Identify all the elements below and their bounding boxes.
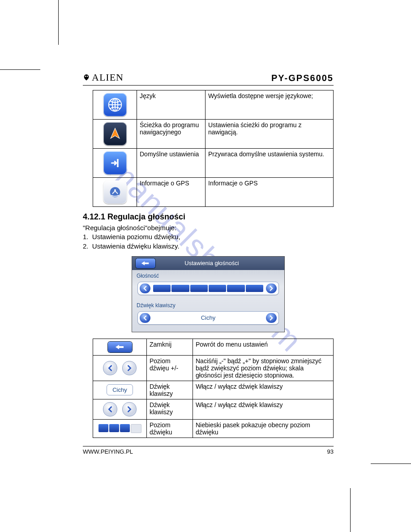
volume-increase-button[interactable] — [266, 283, 277, 293]
minus-button-icon — [103, 361, 117, 375]
keysound-row: Cichy — [137, 311, 279, 325]
section-heading: 4.12.1 Regulacja głośności — [83, 212, 334, 222]
footer-url: WWW.PEIYING.PL — [83, 448, 133, 455]
brand-block: ALIEN — [83, 72, 124, 83]
model-number: PY-GPS6005 — [271, 73, 334, 83]
control-desc: Niebieski pasek pokazuje obecny poziom d… — [193, 419, 334, 438]
keysound-label: Dźwięk klawiszy — [132, 300, 284, 309]
control-name: Dźwięk klawiszy — [147, 381, 193, 399]
control-desc: Włącz / wyłącz dźwięk klawiszy — [193, 399, 334, 419]
control-desc: Włącz / wyłącz dźwięk klawiszy — [193, 381, 334, 399]
volume-decrease-button[interactable] — [140, 283, 150, 293]
crop-mark — [58, 0, 59, 45]
setting-name: Ścieżka do programu nawigacyjnego — [137, 120, 206, 149]
volume-settings-screenshot: Ustawienia głośności Głośność Dźwięk kla… — [132, 256, 285, 332]
setting-desc: Informacje o GPS — [206, 178, 334, 207]
section-intro: "Regulacja głośności"obejmuje: — [83, 223, 334, 232]
level-bars-icon — [98, 424, 141, 433]
page-header: ALIEN PY-GPS6005 — [83, 72, 334, 86]
settings-table: Język Wyświetla dostępne wersje językowe… — [93, 90, 334, 207]
keysound-next-button[interactable] — [266, 313, 277, 323]
volume-label: Głośność — [132, 270, 284, 280]
control-desc: Powrót do menu ustawień — [193, 339, 334, 355]
control-name: Poziom dźwięku — [147, 419, 193, 438]
crop-mark — [0, 69, 40, 70]
gps-info-icon — [103, 180, 127, 204]
control-name: Dźwięk klawiszy — [147, 399, 193, 419]
table-row: Język Wyświetla dostępne wersje językowe… — [93, 90, 334, 120]
screenshot-titlebar: Ustawienia głośności — [132, 257, 284, 270]
table-row: Poziom dźwięku Niebieski pasek pokazuje … — [93, 419, 334, 438]
screenshot-title: Ustawienia głośności — [159, 260, 284, 266]
svg-point-3 — [114, 189, 116, 191]
alien-logo-icon — [83, 74, 90, 81]
table-row: Zamknij Powrót do menu ustawień — [93, 339, 334, 355]
volume-row — [137, 282, 279, 295]
arrow-nav-icon — [103, 122, 127, 146]
setting-name: Domyślne ustawienia — [137, 149, 206, 178]
page-content: ALIEN PY-GPS6005 Język Wyświetla dostępn… — [83, 72, 334, 455]
crop-mark — [350, 488, 351, 532]
table-row: Poziom dźwięu +/- Naciśńij „-" bądź „+" … — [93, 355, 334, 381]
reset-icon — [103, 151, 127, 175]
control-name: Poziom dźwięu +/- — [147, 355, 193, 381]
setting-desc: Wyświetla dostępne wersje językowe; — [206, 90, 334, 120]
crop-mark — [371, 463, 411, 464]
controls-table: Zamknij Powrót do menu ustawień Poziom d… — [93, 339, 334, 438]
keysound-value: Cichy — [150, 314, 266, 321]
brand-name: ALIEN — [92, 72, 124, 83]
table-row: Ścieżka do programu nawigacyjnego Ustawi… — [93, 120, 334, 149]
globe-icon — [103, 93, 127, 116]
list-item: Ustawienia dźwięku klawiszy. — [92, 242, 180, 250]
left-button-icon — [103, 402, 117, 416]
list-item: Ustawienia poziomu dźwięku, — [92, 233, 180, 240]
page-footer: WWW.PEIYING.PL 93 — [83, 446, 334, 455]
back-icon — [108, 342, 132, 352]
footer-page-number: 93 — [327, 448, 334, 455]
keysound-prev-button[interactable] — [140, 313, 150, 323]
table-row: Domyślne ustawienia Przywraca domyślne u… — [93, 149, 334, 178]
cichy-label-icon: Cichy — [107, 384, 133, 395]
section-body-list: 1. Ustawienia poziomu dźwięku, 2. Ustawi… — [83, 232, 334, 251]
control-name: Zamknij — [147, 339, 193, 355]
table-row: Dźwięk klawiszy Włącz / wyłącz dźwięk kl… — [93, 399, 334, 419]
right-button-icon — [122, 402, 137, 416]
table-row: Cichy Dźwięk klawiszy Włącz / wyłącz dźw… — [93, 381, 334, 399]
control-desc: Naciśńij „-" bądź „+" by stopniowo zmnie… — [193, 355, 334, 381]
setting-desc: Przywraca domyślne ustawienia systemu. — [206, 149, 334, 178]
back-button[interactable] — [136, 258, 155, 268]
setting-desc: Ustawienia ścieżki do programu z nawigac… — [206, 120, 334, 149]
plus-button-icon — [122, 361, 137, 375]
setting-name: Informacje o GPS — [137, 178, 206, 207]
setting-name: Język — [137, 90, 206, 120]
volume-level-bars — [153, 285, 263, 292]
table-row: Informacje o GPS Informacje o GPS — [93, 178, 334, 207]
